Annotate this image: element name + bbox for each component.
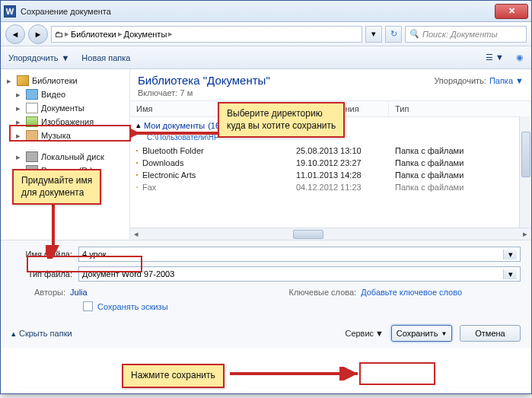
library-includes: Включает: 7 м: [130, 88, 531, 100]
sort-label: Упорядочить:: [434, 76, 486, 85]
bottom-bar: ▴ Скрыть папки Сервис▼ Сохранить▼ Отмена: [1, 319, 531, 348]
folder-root-icon: 🗀: [55, 30, 63, 39]
save-button[interactable]: Сохранить▼: [391, 325, 452, 342]
file-list-pane: Библиотека "Документы" Упорядочить: Папк…: [130, 69, 531, 240]
file-row[interactable]: Fax 04.12.2012 11:23 Папка с файлами: [130, 181, 531, 193]
col-header-type[interactable]: Тип: [389, 101, 531, 116]
toolbar: Упорядочить▼ Новая папка ☰ ▼ ◉: [1, 46, 531, 69]
filename-label: Имя файла:: [11, 250, 72, 259]
help-button[interactable]: ◉: [516, 53, 524, 62]
search-icon: 🔍: [409, 29, 419, 39]
save-thumbnails-label: Сохранять эскизы: [97, 302, 168, 311]
chevron-down-icon[interactable]: ▾: [503, 269, 517, 279]
video-icon: [26, 89, 38, 100]
refresh-button[interactable]: ↻: [385, 26, 402, 43]
authors-value[interactable]: Julia: [70, 288, 88, 297]
chevron-down-icon[interactable]: ▾: [503, 250, 517, 259]
documents-icon: [26, 103, 38, 113]
crumb-libraries[interactable]: Библиотеки: [71, 30, 116, 39]
disk-icon: [26, 151, 38, 162]
folder-icon: [136, 150, 138, 151]
keywords-input[interactable]: Добавьте ключевое слово: [361, 288, 462, 297]
word-app-icon: W: [4, 5, 16, 18]
folder-icon: [136, 162, 138, 164]
tools-dropdown[interactable]: Сервис▼: [345, 329, 384, 338]
window-title: Сохранение документа: [21, 7, 495, 16]
annotation-arrow: [228, 367, 362, 380]
library-title: Библиотека "Документы": [138, 74, 270, 87]
sidebar-item-images[interactable]: ▸ Изображения: [4, 115, 126, 129]
titlebar: W Сохранение документа ✕: [1, 1, 531, 22]
filetype-select[interactable]: Документ Word 97-2003 ▾: [78, 266, 521, 282]
annotation-callout-filename: Придумайте имя для документа: [12, 169, 101, 205]
sidebar: ▸ Библиотеки ▸ Видео ▸ Документы ▸ Изобр…: [1, 69, 130, 240]
annotation-arrow: [129, 126, 221, 140]
breadcrumb[interactable]: 🗀 ▸ Библиотеки ▸ Документы ▸: [51, 26, 362, 43]
sidebar-item-local-disk[interactable]: ▸ Локальный диск: [4, 150, 126, 164]
annotation-arrow: [46, 196, 61, 259]
annotation-callout-directory: Выберите директорию куда вы хотите сохра…: [218, 102, 345, 138]
folder-icon: [136, 174, 138, 176]
new-folder-button[interactable]: Новая папка: [81, 53, 130, 62]
sidebar-item-libraries[interactable]: ▸ Библиотеки: [4, 74, 126, 88]
nav-forward-button[interactable]: ►: [28, 24, 48, 44]
sidebar-item-video[interactable]: ▸ Видео: [4, 88, 126, 101]
sidebar-item-documents[interactable]: ▸ Документы: [4, 101, 126, 115]
sidebar-item-music[interactable]: ▸ Музыка: [4, 129, 126, 142]
breadcrumb-dropdown[interactable]: ▾: [365, 26, 382, 43]
annotation-callout-save: Нажмите сохранить: [122, 364, 225, 388]
organize-button[interactable]: Упорядочить▼: [8, 53, 69, 62]
crumb-documents[interactable]: Документы: [124, 30, 167, 39]
nav-back-button[interactable]: ◄: [5, 24, 25, 44]
close-button[interactable]: ✕: [495, 4, 528, 19]
images-icon: [26, 116, 38, 127]
search-input[interactable]: 🔍 Поиск: Документы: [405, 26, 527, 43]
filename-input[interactable]: 4 урок ▾: [78, 247, 521, 262]
sort-dropdown[interactable]: Папка ▼: [489, 76, 524, 85]
chevron-up-icon: ▴: [11, 329, 16, 339]
hide-folders-button[interactable]: ▴ Скрыть папки: [11, 329, 72, 339]
authors-label: Авторы:: [34, 288, 65, 297]
keywords-label: Ключевые слова:: [289, 288, 357, 297]
file-row[interactable]: Bluetooth Folder 25.08.2013 13:10 Папка …: [130, 145, 531, 157]
file-row[interactable]: Downloads 19.10.2012 23:27 Папка с файла…: [130, 157, 531, 169]
navbar: ◄ ► 🗀 ▸ Библиотеки ▸ Документы ▸ ▾ ↻ 🔍 П…: [1, 22, 531, 46]
file-row[interactable]: Electronic Arts 11.01.2013 14:28 Папка с…: [130, 169, 531, 181]
vertical-scrollbar[interactable]: [519, 116, 531, 228]
music-icon: [26, 130, 38, 141]
form-area: Имя файла: 4 урок ▾ Тип файла: Документ …: [1, 240, 531, 319]
save-thumbnails-checkbox[interactable]: [83, 301, 93, 311]
filetype-label: Тип файла:: [11, 269, 72, 279]
horizontal-scrollbar[interactable]: ◂▸: [130, 228, 531, 240]
libraries-icon: [17, 75, 29, 86]
search-placeholder: Поиск: Документы: [422, 30, 498, 39]
folder-icon: [136, 186, 138, 188]
view-options-button[interactable]: ☰ ▼: [486, 53, 504, 62]
cancel-button[interactable]: Отмена: [460, 325, 521, 342]
